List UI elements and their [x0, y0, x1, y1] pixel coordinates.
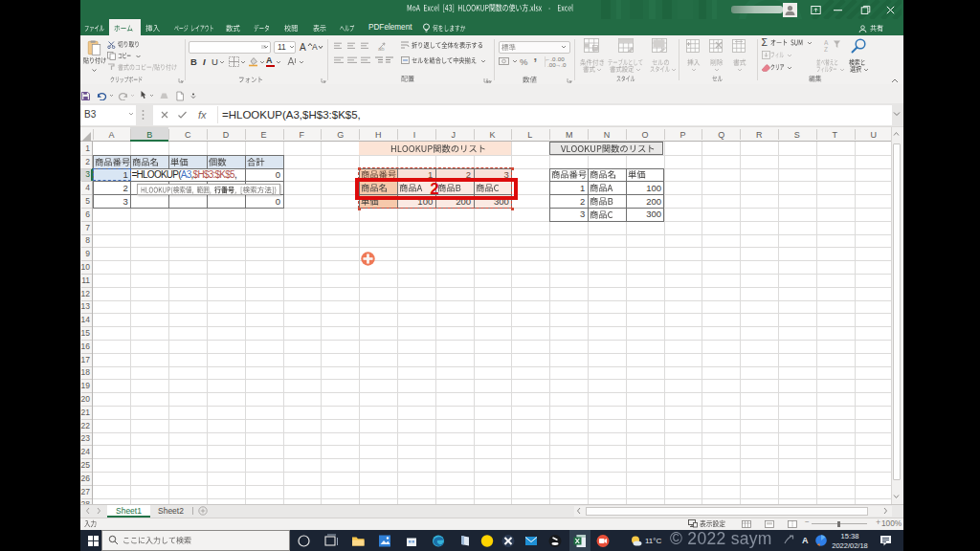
svg-text:Z: Z — [824, 46, 828, 53]
svg-text:ab: ab — [378, 46, 385, 52]
